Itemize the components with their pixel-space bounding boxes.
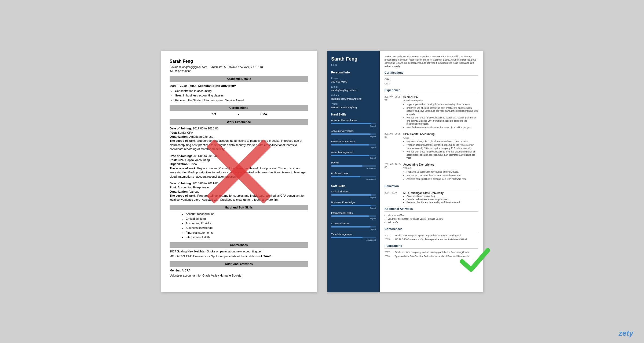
additional-2: Volunteer accountant for Glade Valley Hu… — [170, 274, 308, 278]
academic-bullets: Concentration in accounting Great in bus… — [170, 89, 308, 102]
soft-skill-4-level: Expert — [331, 228, 376, 231]
personal-info-title: Personal Info — [331, 70, 376, 74]
academic-bullet-2: Great in business accounting classes — [175, 94, 308, 98]
exp3-right: Accounting Exerprience Various Prepared … — [403, 163, 478, 181]
soft-skill-5-level: Advanced — [331, 239, 376, 242]
soft-skill-1-level: Expert — [331, 196, 376, 199]
soft-skill-3: Interpersonal Skills Expert — [331, 211, 376, 221]
edu1-dates: 2006 - 2010 — [385, 191, 402, 194]
edu1-b3: Received the Student Leadership and Serv… — [407, 201, 478, 204]
hard-skill-6-name: Profit and Loss — [331, 172, 376, 175]
right-conf-2: 2015 AICPA CFO Conference - Spoke on pan… — [385, 238, 478, 241]
address-label: Address: — [211, 66, 222, 69]
work2-scope-label: The scope of work: — [170, 167, 196, 170]
soft-skill-2: Business Knowledge Expert — [331, 201, 376, 210]
hard-skill-4-name: Asset Management — [331, 151, 376, 154]
skills-header: Hard and Soft Skills — [170, 205, 308, 210]
work2-dates: 2011-05 to 2013-06 — [193, 154, 218, 158]
certs-header: Certifications — [170, 105, 308, 111]
soft-skill-5: Time Management Advanced — [331, 233, 376, 242]
exp3-b2: Worked as CPA consultant to local conven… — [407, 174, 478, 177]
hard-skill-3-name: Financial Statements — [331, 140, 376, 143]
conf1-year: 2017 — [385, 234, 393, 237]
hard-skill-4-bar-fill — [331, 155, 369, 156]
soft-skill-3-bar-fill — [331, 215, 369, 217]
edu1-b2: Excelled in business accounting classes — [407, 198, 478, 201]
soft-skill-1-bar-fill — [331, 194, 371, 196]
hard-skill-1-level: Expert — [331, 125, 376, 128]
email-label: E-Mail: — [170, 66, 178, 69]
exp-entry-2: 2011-05 - 2013-06 CPA, Capital Accountin… — [385, 132, 478, 160]
hard-skill-3-level: Expert — [331, 146, 376, 149]
academic-header: Academic Details — [170, 76, 308, 82]
edu1-b1: Concentration in accounting — [407, 195, 478, 198]
right-conf-1: 2017 Scaling New Heights - Spoke on pane… — [385, 234, 478, 237]
edu1-right: MBA, Michigan State University Concentra… — [403, 191, 478, 204]
work2-org: Cisco — [189, 162, 197, 166]
linkedin-value: linkedin.com/in/sarahqfeng — [331, 97, 376, 101]
hard-skill-4-bar-bg — [331, 155, 376, 156]
work1-date-label: Date of Joining: — [170, 127, 192, 130]
soft-skill-4: Communication Expert — [331, 222, 376, 231]
work1-org: American Express — [189, 135, 213, 138]
exp3-b1: Prepared 15 tax returns for couples and … — [407, 170, 478, 173]
conf-2: 2015 AICPA CFO Conference - Spoke on pan… — [170, 254, 308, 258]
work3-post: Accounting Exerprience — [178, 186, 209, 189]
additional-1: Member, AICPA — [170, 269, 308, 273]
work1-org-label: Organization: — [170, 135, 189, 138]
work2-post-label: Post: — [170, 158, 177, 162]
left-tel: 252-623-0300 — [174, 70, 191, 73]
work3-scope-label: The scope of work: — [170, 194, 196, 197]
work2-date-line: Date of Joining: 2011-05 to 2013-06 — [170, 154, 308, 158]
pub2-year: 2016 — [385, 255, 393, 258]
work-entry-3: Date of Joining: 2010-05 to 2011-06 Post… — [170, 181, 308, 202]
email-label-r: E-mail — [331, 85, 376, 88]
pub2-text: Appeared in a BeanCounter Podcast episod… — [395, 255, 469, 258]
conf-1: 2017 Scaling New Heights - Spoke on pane… — [170, 249, 308, 253]
exp3-bullets: Prepared 15 tax returns for couples and … — [403, 170, 478, 181]
certs-section-title: Certifications — [385, 71, 478, 76]
exp2-title: CPA, Capital Accounting — [403, 132, 478, 136]
conferences-header: Conferences — [170, 242, 308, 248]
pub1-text: Article on cloud computing and accountin… — [395, 251, 469, 254]
cert-cpa: CPA — [211, 112, 217, 116]
work3-post-label: Post: — [170, 186, 177, 189]
hard-skill-6: Profit and Loss Advanced — [331, 172, 376, 181]
hard-skill-3-bar-fill — [331, 144, 369, 146]
activity-bullets: Member, AICPA Volunteer accountant for G… — [385, 214, 478, 224]
left-name: Sarah Feng — [170, 58, 308, 64]
edu-section-title: Education — [385, 184, 478, 189]
soft-skill-3-level: Expert — [331, 217, 376, 220]
hard-skill-3-bar-bg — [331, 144, 376, 146]
pub1-year: 2017 — [385, 251, 393, 254]
hard-skill-5-bar-bg — [331, 165, 376, 167]
soft-skill-1: Critical Thinking Expert — [331, 190, 376, 199]
exp1-b1: Support general accounting functions to … — [407, 103, 478, 106]
soft-skill-2-bar-bg — [331, 205, 376, 206]
exp3-company: Various — [403, 166, 478, 170]
left-address: 350 5th Ave New York, NY, 10118 — [223, 66, 263, 69]
soft-skill-2-name: Business Knowledge — [331, 201, 376, 204]
academic-bullet-3: Received the Student Leadership and Serv… — [175, 98, 308, 102]
soft-skill-5-bar-bg — [331, 237, 376, 238]
conf1-text: Scaling New Heights - Spoke on panel abo… — [395, 234, 462, 237]
twitter-value: twitter.com/sarahqfeng — [331, 106, 376, 109]
work1-scope: The scope of work: Support general accou… — [170, 139, 308, 151]
conf2-year: 2015 — [385, 238, 393, 241]
act-b1: Member, AICPA — [388, 214, 478, 217]
work2-org-label: Organization: — [170, 162, 189, 166]
work2-post-line: Post: CPA, Capital Accounting — [170, 158, 308, 162]
soft-skill-2-bar-fill — [331, 205, 371, 206]
hard-skill-3: Financial Statements Expert — [331, 140, 376, 149]
hard-skill-1: Account Reconciliation Expert — [331, 119, 376, 128]
work1-post-label: Post: — [170, 131, 177, 134]
soft-skill-1-bar-bg — [331, 194, 376, 196]
exp1-right: Senior CPA American Express Support gene… — [403, 95, 478, 129]
exp1-b2: Improved use of cloud computing best pra… — [407, 107, 478, 116]
conf2-text: AICPA CFO Conference - Spoke on panel ab… — [395, 238, 467, 241]
hard-skill-2-level: Expert — [331, 135, 376, 138]
hard-skill-5-bar-fill — [331, 165, 363, 167]
soft-skill-5-name: Time Management — [331, 233, 376, 236]
edu-entry-1: 2006 - 2010 MBA, Michigan State Universi… — [385, 191, 478, 204]
work1-post-line: Post: Senior CPA — [170, 131, 308, 135]
